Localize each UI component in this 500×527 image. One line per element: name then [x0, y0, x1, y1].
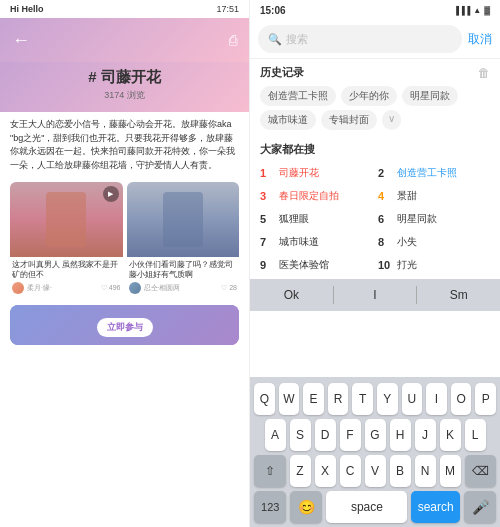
- suggestion-sm[interactable]: Sm: [417, 284, 500, 306]
- trending-header: 大家都在搜: [260, 142, 490, 157]
- status-icons: ▐▐▐ ▲ ▓: [453, 6, 490, 15]
- key-search[interactable]: search: [411, 491, 460, 523]
- trend-text-10: 打光: [397, 258, 417, 272]
- play-icon-1: ▶: [103, 186, 119, 202]
- key-mic[interactable]: 🎤: [464, 491, 496, 523]
- bottom-banner[interactable]: 立即参与: [10, 305, 239, 345]
- key-u[interactable]: U: [402, 383, 423, 415]
- share-icon[interactable]: ⎙: [229, 32, 237, 48]
- trend-text-7: 城市味道: [279, 235, 319, 249]
- right-panel: 15:06 ▐▐▐ ▲ ▓ 🔍 搜索 取消 历史记录 🗑 创造营工卡照少年的你明…: [250, 0, 500, 527]
- history-tags-row2: 城市味道专辑封面∨: [260, 110, 490, 130]
- key-backspace[interactable]: ⌫: [465, 455, 497, 487]
- history-tag-4[interactable]: 专辑封面: [321, 110, 377, 130]
- key-l[interactable]: L: [465, 419, 486, 451]
- trending-item-8[interactable]: 8小失: [378, 232, 490, 252]
- card2-info: 小伙伴们看司藤了吗？感觉司藤小姐好有气质啊 忍仝·相圆两 ♡ 28: [127, 257, 240, 297]
- key-b[interactable]: B: [390, 455, 411, 487]
- keyboard-suggestion-row: Ok I Sm: [250, 279, 500, 311]
- key-q[interactable]: Q: [254, 383, 275, 415]
- trending-item-10[interactable]: 10打光: [378, 255, 490, 275]
- keyboard-row1: QWERTYUIOP: [254, 383, 496, 415]
- cancel-button[interactable]: 取消: [468, 31, 492, 48]
- key-s[interactable]: S: [290, 419, 311, 451]
- key-j[interactable]: J: [415, 419, 436, 451]
- trending-item-3[interactable]: 3春日限定自拍: [260, 186, 372, 206]
- left-header: ← ⎙: [0, 18, 249, 62]
- keyboard: QWERTYUIOP ASDFGHJKL ⇧ZXCVBNM⌫ 123 😊 spa…: [250, 377, 500, 527]
- key-v[interactable]: V: [365, 455, 386, 487]
- trend-rank-6: 6: [378, 213, 392, 225]
- key-p[interactable]: P: [475, 383, 496, 415]
- card2-likes: ♡ 28: [221, 284, 237, 292]
- suggestion-i[interactable]: I: [334, 284, 417, 306]
- history-tag-3[interactable]: 城市味道: [260, 110, 316, 130]
- search-placeholder: 搜索: [286, 32, 308, 47]
- image-card-1[interactable]: ▶ 这才叫真男人 虽然我家不是开矿的但不 柔月·缘· ♡ 496: [10, 182, 123, 297]
- tag-expand-button[interactable]: ∨: [382, 110, 401, 130]
- trending-item-7[interactable]: 7城市味道: [260, 232, 372, 252]
- keyboard-bottom-row: 123 😊 space search 🎤: [254, 491, 496, 523]
- image-card-2[interactable]: 小伙伴们看司藤了吗？感觉司藤小姐好有气质啊 忍仝·相圆两 ♡ 28: [127, 182, 240, 297]
- trending-title: 大家都在搜: [260, 142, 315, 157]
- key-space[interactable]: space: [326, 491, 407, 523]
- trend-rank-7: 7: [260, 236, 274, 248]
- key-w[interactable]: W: [279, 383, 300, 415]
- trend-rank-1: 1: [260, 167, 274, 179]
- key-g[interactable]: G: [365, 419, 386, 451]
- key-z[interactable]: Z: [290, 455, 311, 487]
- trending-item-2[interactable]: 2创造营工卡照: [378, 163, 490, 183]
- key-k[interactable]: K: [440, 419, 461, 451]
- suggestion-ok[interactable]: Ok: [250, 284, 333, 306]
- signal-icon: ▐▐▐: [453, 6, 470, 15]
- key-y[interactable]: Y: [377, 383, 398, 415]
- key-f[interactable]: F: [340, 419, 361, 451]
- trending-grid: 1司藤开花2创造营工卡照3春日限定自拍4景甜5狐狸眼6明星同款7城市味道8小失9…: [260, 163, 490, 275]
- trending-item-6[interactable]: 6明星同款: [378, 209, 490, 229]
- key-a[interactable]: A: [265, 419, 286, 451]
- key-r[interactable]: R: [328, 383, 349, 415]
- history-tag-1[interactable]: 少年的你: [341, 86, 397, 106]
- history-tag-2[interactable]: 明星同款: [402, 86, 458, 106]
- key-emoji[interactable]: 😊: [290, 491, 322, 523]
- trend-rank-8: 8: [378, 236, 392, 248]
- trend-text-6: 明星同款: [397, 212, 437, 226]
- trend-rank-10: 10: [378, 259, 392, 271]
- search-bar: 🔍 搜索 取消: [250, 20, 500, 59]
- key-d[interactable]: D: [315, 419, 336, 451]
- key-t[interactable]: T: [352, 383, 373, 415]
- history-header: 历史记录 🗑: [260, 65, 490, 80]
- status-bar-right: 15:06 ▐▐▐ ▲ ▓: [250, 0, 500, 20]
- hashtag-section: # 司藤开花 3174 浏览: [0, 62, 249, 112]
- key-x[interactable]: X: [315, 455, 336, 487]
- trending-section: 大家都在搜 1司藤开花2创造营工卡照3春日限定自拍4景甜5狐狸眼6明星同款7城市…: [250, 138, 500, 279]
- trend-text-3: 春日限定自拍: [279, 189, 339, 203]
- history-tag-0[interactable]: 创造营工卡照: [260, 86, 336, 106]
- key-i[interactable]: I: [426, 383, 447, 415]
- hashtag-title: # 司藤开花: [12, 68, 237, 87]
- participate-button[interactable]: 立即参与: [97, 318, 153, 337]
- trending-item-5[interactable]: 5狐狸眼: [260, 209, 372, 229]
- key-n[interactable]: N: [415, 455, 436, 487]
- key-e[interactable]: E: [303, 383, 324, 415]
- delete-history-icon[interactable]: 🗑: [478, 66, 490, 80]
- key-o[interactable]: O: [451, 383, 472, 415]
- trending-item-4[interactable]: 4景甜: [378, 186, 490, 206]
- history-title: 历史记录: [260, 65, 304, 80]
- search-input-wrap[interactable]: 🔍 搜索: [258, 25, 462, 53]
- key-h[interactable]: H: [390, 419, 411, 451]
- search-icon: 🔍: [268, 33, 282, 46]
- history-tags-row: 创造营工卡照少年的你明星同款: [260, 86, 490, 106]
- keyboard-row3: ⇧ZXCVBNM⌫: [254, 455, 496, 487]
- trend-rank-4: 4: [378, 190, 392, 202]
- battery-icon: ▓: [484, 6, 490, 15]
- key-m[interactable]: M: [440, 455, 461, 487]
- trend-text-5: 狐狸眼: [279, 212, 309, 226]
- key-shift[interactable]: ⇧: [254, 455, 286, 487]
- trending-item-1[interactable]: 1司藤开花: [260, 163, 372, 183]
- key-c[interactable]: C: [340, 455, 361, 487]
- key-123[interactable]: 123: [254, 491, 286, 523]
- trending-item-9[interactable]: 9医美体验馆: [260, 255, 372, 275]
- card1-title: 这才叫真男人 虽然我家不是开矿的但不: [12, 260, 121, 280]
- back-button[interactable]: ←: [12, 30, 30, 51]
